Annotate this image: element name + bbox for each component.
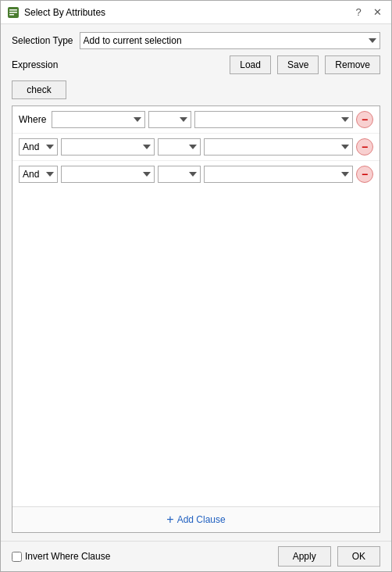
check-button[interactable]: check (12, 80, 66, 99)
add-clause-area: + Add Clause (12, 506, 380, 532)
check-row: check (12, 80, 380, 99)
and1-value-select[interactable] (204, 138, 353, 156)
help-button[interactable]: ? (351, 5, 366, 20)
footer-buttons: Apply OK (278, 546, 380, 567)
invert-clause-checkbox[interactable] (12, 552, 22, 562)
add-clause-label: Add Clause (177, 514, 226, 525)
select-by-attributes-window: Select By Attributes ? ✕ Selection Type … (0, 0, 392, 572)
where-label: Where (19, 114, 48, 125)
load-button[interactable]: Load (230, 55, 271, 74)
and2-field-select[interactable] (61, 166, 155, 183)
expression-row: Expression Load Save Remove (12, 55, 380, 74)
title-bar-controls: ? ✕ (351, 5, 385, 20)
window-title: Select By Attributes (24, 7, 351, 18)
add-clause-button[interactable]: + Add Clause (166, 513, 225, 526)
and-connector-select-1[interactable]: And Or (19, 138, 58, 156)
save-button[interactable]: Save (277, 55, 319, 74)
and-connector-select-2[interactable]: And Or (19, 166, 58, 183)
where-remove-button[interactable]: − (356, 111, 373, 128)
expression-label: Expression (12, 59, 58, 70)
expression-area: Where − And Or − (12, 105, 380, 533)
svg-rect-2 (9, 12, 17, 13)
svg-rect-1 (9, 9, 17, 11)
svg-rect-3 (9, 14, 14, 16)
and2-operator-select[interactable] (158, 166, 201, 183)
footer-row: Invert Where Clause Apply OK (1, 541, 391, 571)
remove-button[interactable]: Remove (325, 55, 380, 74)
content-area: Selection Type New selection Add to curr… (1, 24, 391, 541)
title-bar: Select By Attributes ? ✕ (1, 1, 391, 24)
table-row: And Or − (12, 161, 380, 188)
and1-field-select[interactable] (61, 138, 155, 156)
and2-value-select[interactable] (204, 166, 353, 183)
table-row: And Or − (12, 134, 380, 161)
table-row: Where − (12, 106, 380, 134)
and2-remove-button[interactable]: − (356, 166, 373, 183)
app-icon (7, 6, 20, 19)
and1-operator-select[interactable] (158, 138, 201, 156)
close-button[interactable]: ✕ (369, 5, 385, 20)
invert-clause-text: Invert Where Clause (25, 551, 110, 562)
and1-remove-button[interactable]: − (356, 138, 373, 156)
where-operator-select[interactable] (148, 111, 191, 128)
where-field-select[interactable] (52, 111, 145, 128)
where-value-select[interactable] (194, 111, 353, 128)
selection-type-select[interactable]: New selection Add to current selection R… (80, 32, 381, 49)
invert-clause-label[interactable]: Invert Where Clause (12, 551, 110, 562)
apply-button[interactable]: Apply (278, 546, 331, 567)
selection-type-row: Selection Type New selection Add to curr… (12, 32, 380, 49)
selection-type-label: Selection Type (12, 35, 73, 46)
add-clause-plus-icon: + (166, 513, 173, 526)
ok-button[interactable]: OK (337, 546, 380, 567)
clauses-container: Where − And Or − (12, 106, 380, 506)
